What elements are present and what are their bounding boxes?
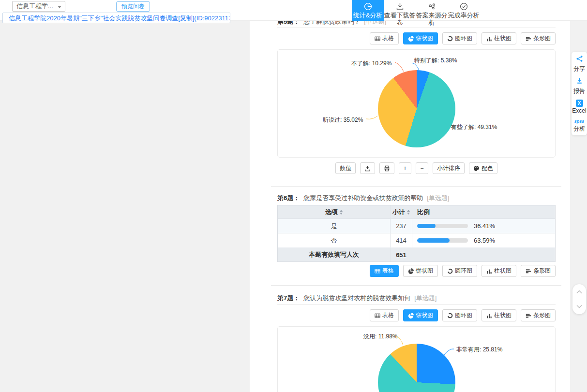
share-icon (576, 55, 583, 64)
zoom-in-button[interactable]: + (399, 162, 411, 174)
tab-completion-rate-analysis[interactable]: 完成率分析 (448, 0, 480, 26)
q5-slice-label: 不了解: 10.29% (351, 59, 391, 68)
q7-pie-button[interactable]: 饼状图 (403, 309, 438, 321)
excel-icon: X (576, 100, 583, 107)
q7-pie-button-label: 饼状图 (416, 311, 433, 319)
q5-pie-button[interactable]: 饼状图 (403, 32, 438, 44)
ratio-bar-fill (417, 238, 450, 243)
empty-cell (412, 248, 555, 261)
print-chart-button[interactable] (379, 162, 394, 174)
q5-slice-label: 有些了解: 49.31% (451, 123, 497, 131)
survey-select-value: 信息工程学... (16, 2, 53, 10)
count-cell: 414 (391, 233, 412, 247)
ratio-bar-fill (417, 224, 436, 228)
screen: 第5题：您了解脱贫政策吗？[单选题] 表格 饼状图 圆环图 柱状图 条形 (0, 0, 587, 392)
q6-column-button[interactable]: 柱状图 (482, 265, 516, 277)
numeric-toggle-button[interactable]: 数值 (335, 162, 356, 174)
tab-answer-source-analysis[interactable]: 答案来源分析 (416, 0, 448, 26)
table-row: 否 414 63.59% (278, 233, 555, 248)
survey-select-dropdown[interactable]: 信息工程学... (12, 1, 65, 12)
tab-stats-analysis[interactable]: 统计&分析 (352, 0, 384, 21)
palette-icon (473, 165, 480, 172)
download-chart-button[interactable] (360, 162, 375, 174)
ratio-bar-track (417, 224, 468, 228)
ratio-bar-track (417, 238, 468, 243)
question6-type-tag: [单选题] (427, 194, 449, 202)
percent-label: 63.59% (474, 237, 495, 244)
excel-label: Excel (572, 107, 586, 114)
subtotal-sort-button[interactable]: 小计排序 (433, 162, 465, 174)
ratio-header-label: 比例 (417, 208, 430, 217)
q6-donut-button[interactable]: 圆环图 (442, 265, 477, 277)
subtotal-column-header[interactable]: 小计 (391, 205, 412, 218)
pie-chart-icon (408, 313, 414, 319)
q7-pie (378, 344, 455, 392)
zoom-out-button[interactable]: − (416, 162, 428, 174)
subtotal-header-label: 小计 (392, 208, 405, 217)
ratio-cell: 63.59% (412, 233, 555, 247)
color-scheme-label: 配色 (482, 164, 493, 173)
table-icon (375, 313, 380, 319)
q6-bar-button-label: 条形图 (533, 267, 551, 275)
q6-table-button-label: 表格 (382, 267, 394, 275)
q5-bar-button[interactable]: 条形图 (521, 32, 556, 44)
valid-responses-label: 本题有效填写人次 (278, 248, 391, 261)
q5-column-button[interactable]: 柱状图 (482, 32, 516, 44)
spss-icon: spss (574, 118, 585, 124)
preview-survey-button[interactable]: 预览问卷 (116, 1, 150, 12)
q6-bar-button[interactable]: 条形图 (521, 265, 556, 277)
column-chart-icon (486, 268, 492, 274)
q5-table-button[interactable]: 表格 (370, 32, 399, 44)
question7-text: 您认为脱贫攻坚对农村的脱贫效果如何 (303, 294, 410, 302)
q5-pie-button-label: 饼状图 (416, 34, 433, 43)
question7-type-tag: [单选题] (414, 294, 436, 302)
report-button[interactable]: 报告 (572, 77, 587, 95)
question6-number: 第6题： (277, 194, 300, 202)
section-divider (271, 186, 561, 187)
content-panel: 第5题：您了解脱贫政策吗？[单选题] 表格 饼状图 圆环图 柱状图 条形 (250, 0, 570, 392)
donut-chart-icon (447, 268, 453, 274)
survey-title-link[interactable]: 信息工程学院2020年暑期"三下乡"社会实践脱贫攻坚问卷调查[复制](ID:90… (2, 13, 230, 23)
ratio-column-header: 比例 (412, 205, 555, 218)
tab-view-download-answers[interactable]: 查看下载答卷 (384, 0, 416, 26)
option-column-header[interactable]: 选项 (278, 205, 391, 218)
caret-down-icon (58, 6, 61, 8)
table-icon (375, 36, 380, 42)
q7-pie-chart-canvas[interactable]: 非常有用: 25.81% 没用: 11.98% (277, 326, 556, 392)
report-download-icon (576, 77, 583, 87)
question7-number: 第7题： (277, 294, 300, 302)
share-button[interactable]: 分享 (572, 55, 587, 73)
q7-column-button[interactable]: 柱状图 (482, 309, 516, 321)
spss-label: 分析 (573, 125, 585, 133)
q6-pie-button[interactable]: 饼状图 (403, 265, 438, 277)
pie-chart-icon (363, 1, 373, 12)
print-icon (384, 165, 390, 172)
spss-analysis-button[interactable]: spss 分析 (572, 118, 587, 133)
q5-donut-button[interactable]: 圆环图 (442, 32, 477, 44)
q6-table-button[interactable]: 表格 (370, 265, 399, 277)
table-icon (375, 268, 380, 274)
q5-pie (378, 70, 455, 147)
ratio-cell: 36.41% (412, 219, 555, 233)
q7-chart-type-buttons: 表格 饼状图 圆环图 柱状图 条形图 (277, 309, 556, 321)
q5-table-button-label: 表格 (382, 34, 394, 43)
q7-donut-button-label: 圆环图 (455, 311, 472, 319)
q6-chart-type-buttons: 表格 饼状图 圆环图 柱状图 条形图 (277, 265, 556, 277)
q7-donut-button[interactable]: 圆环图 (442, 309, 477, 321)
q6-donut-button-label: 圆环图 (455, 267, 472, 275)
scroll-up-button[interactable] (576, 290, 582, 294)
question7-title: 第7题：您认为脱贫攻坚对农村的脱贫效果如何[单选题] (277, 294, 556, 303)
q5-pie-chart-canvas[interactable]: 特别了解: 5.38% 有些了解: 49.31% 听说过: 35.02% 不了解… (277, 49, 556, 158)
minus-label: − (420, 165, 423, 172)
scroll-down-button[interactable] (576, 305, 582, 308)
column-chart-icon (486, 36, 492, 42)
excel-export-button[interactable]: X Excel (572, 100, 587, 114)
q7-bar-button-label: 条形图 (533, 311, 551, 319)
tab-label: 完成率分析 (448, 12, 480, 19)
color-scheme-button[interactable]: 配色 (469, 162, 497, 174)
check-circle-icon (459, 1, 468, 12)
q7-bar-button[interactable]: 条形图 (521, 309, 556, 321)
q6-pie-button-label: 饼状图 (416, 267, 433, 275)
percent-label: 36.41% (474, 222, 495, 230)
q7-table-button[interactable]: 表格 (370, 309, 399, 321)
